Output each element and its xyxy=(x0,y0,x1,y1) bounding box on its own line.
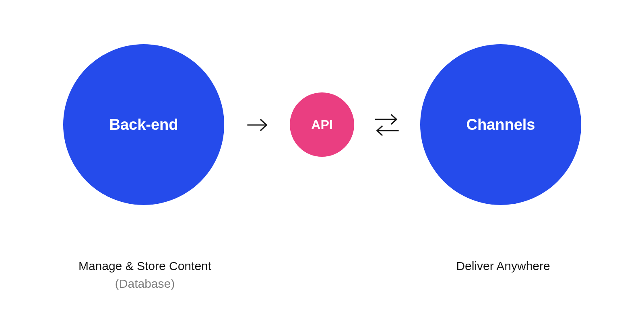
node-backend: Back-end xyxy=(63,44,224,205)
arrow-bidirectional-icon xyxy=(372,111,401,139)
caption-left-line2: (Database) xyxy=(40,275,250,293)
caption-right: Deliver Anywhere xyxy=(398,257,608,275)
caption-right-line1: Deliver Anywhere xyxy=(456,259,550,272)
node-channels-label: Channels xyxy=(466,116,535,133)
arrow-right-icon xyxy=(246,117,270,133)
diagram-stage: Back-end API Channels Manage & Store Con… xyxy=(0,0,644,336)
node-api-label: API xyxy=(311,117,332,132)
caption-left: Manage & Store Content (Database) xyxy=(40,257,250,292)
node-api: API xyxy=(290,92,354,157)
node-backend-label: Back-end xyxy=(109,116,178,133)
node-channels: Channels xyxy=(420,44,581,205)
caption-left-line1: Manage & Store Content xyxy=(78,259,211,272)
